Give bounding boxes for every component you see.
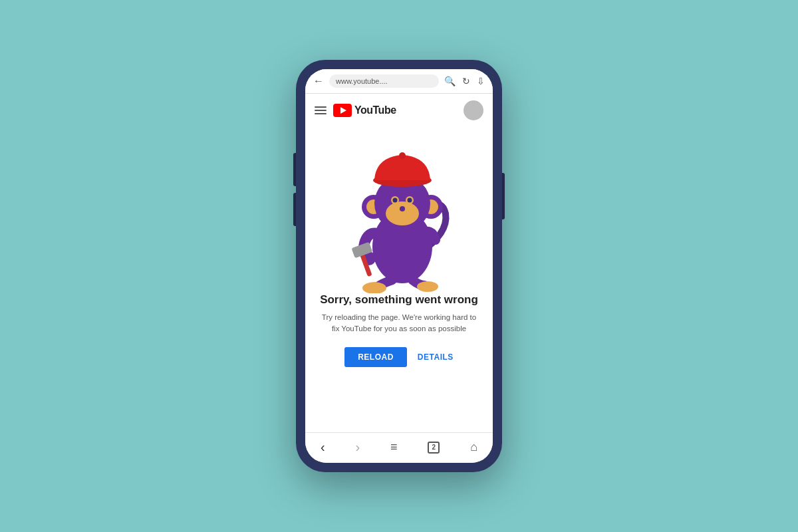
power-button (502, 173, 505, 219)
youtube-logo-text: YouTube (354, 104, 396, 116)
phone-screen: ← www.youtube.... 🔍 ↻ ⇩ (305, 69, 493, 463)
url-text: www.youtube.... (336, 77, 388, 85)
nav-tabs-button[interactable]: 2 (428, 442, 440, 454)
nav-forward-icon[interactable]: › (355, 440, 360, 455)
yt-header-left: YouTube (315, 104, 396, 117)
hamburger-line (315, 106, 327, 108)
browser-bottom-nav: ‹ › ≡ 2 ⌂ (305, 432, 493, 463)
youtube-icon (333, 104, 352, 117)
error-action-buttons: RELOAD DETAILS (344, 347, 454, 367)
tabs-count: 2 (432, 444, 436, 451)
phone-body: ← www.youtube.... 🔍 ↻ ⇩ (296, 60, 502, 472)
youtube-logo[interactable]: YouTube (333, 104, 396, 117)
phone-frame: ← www.youtube.... 🔍 ↻ ⇩ (296, 60, 502, 472)
browser-action-icons: 🔍 ↻ ⇩ (444, 76, 485, 86)
svg-point-13 (399, 152, 406, 159)
browser-address-bar: ← www.youtube.... 🔍 ↻ ⇩ (305, 69, 493, 94)
hamburger-menu-icon[interactable] (315, 106, 327, 114)
svg-point-6 (386, 201, 419, 225)
svg-point-11 (400, 206, 405, 211)
nav-menu-icon[interactable]: ≡ (390, 440, 398, 454)
search-icon[interactable]: 🔍 (444, 76, 456, 86)
download-icon[interactable]: ⇩ (477, 76, 485, 86)
play-triangle-icon (340, 107, 346, 114)
browser-back-icon[interactable]: ← (313, 75, 324, 87)
svg-point-9 (393, 198, 398, 203)
reload-button[interactable]: RELOAD (344, 347, 407, 367)
error-page-content: Sorry, something went wrong Try reloadin… (305, 127, 493, 432)
error-subtitle: Try reloading the page. We're working ha… (319, 312, 479, 335)
youtube-header: YouTube (305, 94, 493, 127)
url-bar[interactable]: www.youtube.... (329, 74, 439, 88)
monkey-illustration (332, 140, 466, 293)
volume-down-button (293, 153, 296, 186)
error-title: Sorry, something went wrong (320, 293, 478, 307)
nav-back-icon[interactable]: ‹ (321, 440, 325, 455)
refresh-icon[interactable]: ↻ (462, 76, 470, 86)
svg-point-18 (417, 281, 438, 292)
user-avatar[interactable] (464, 100, 483, 120)
hamburger-line (315, 110, 327, 111)
svg-point-10 (408, 198, 412, 203)
hamburger-line (315, 113, 327, 114)
nav-home-icon[interactable]: ⌂ (470, 440, 477, 454)
volume-up-button (293, 193, 296, 226)
details-button[interactable]: DETAILS (418, 352, 454, 362)
